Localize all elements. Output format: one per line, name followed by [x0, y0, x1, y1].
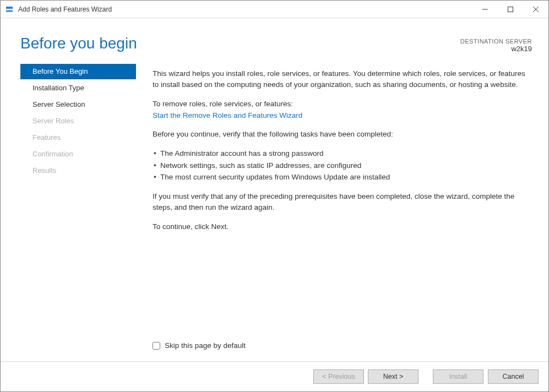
step-server-roles: Server Roles	[20, 113, 136, 129]
remove-lead-text: To remove roles, role services, or featu…	[153, 99, 533, 110]
server-manager-icon	[5, 5, 14, 14]
prereq-item: Network settings, such as static IP addr…	[153, 160, 533, 172]
install-button: Install	[433, 369, 483, 384]
prereq-list: The Administrator account has a strong p…	[153, 148, 533, 183]
wizard-body: Before You Begin Installation Type Serve…	[1, 64, 548, 361]
footer-buttons: < Previous Next > Install Cancel	[1, 361, 548, 391]
destination-server-name: w2k19	[460, 45, 532, 53]
svg-rect-0	[6, 7, 13, 9]
cancel-button[interactable]: Cancel	[488, 369, 539, 384]
verify-lead-text: Before you continue, verify that the fol…	[153, 129, 533, 140]
start-remove-wizard-link[interactable]: Start the Remove Roles and Features Wiza…	[153, 111, 302, 119]
prereq-item: The Administrator account has a strong p…	[153, 148, 533, 160]
prereq-item: The most current security updates from W…	[153, 171, 533, 183]
wizard-window: Add Roles and Features Wizard Before you…	[0, 0, 549, 392]
window-controls	[472, 1, 548, 18]
step-installation-type[interactable]: Installation Type	[20, 80, 136, 96]
minimize-button[interactable]	[472, 1, 498, 18]
svg-rect-3	[508, 7, 513, 12]
previous-button: < Previous	[313, 369, 364, 384]
window-title: Add Roles and Features Wizard	[18, 6, 472, 13]
verify-note-text: If you must verify that any of the prece…	[153, 191, 533, 214]
skip-checkbox[interactable]	[153, 342, 160, 350]
step-features: Features	[20, 130, 136, 145]
step-server-selection[interactable]: Server Selection	[20, 97, 136, 112]
maximize-button[interactable]	[498, 1, 523, 18]
destination-label: DESTINATION SERVER	[460, 38, 532, 45]
continue-note-text: To continue, click Next.	[153, 221, 533, 232]
page-header: Before you begin DESTINATION SERVER w2k1…	[1, 18, 548, 64]
close-button[interactable]	[523, 1, 548, 18]
skip-label[interactable]: Skip this page by default	[165, 340, 246, 351]
steps-sidebar: Before You Begin Installation Type Serve…	[20, 64, 136, 361]
skip-row: Skip this page by default	[153, 340, 533, 361]
step-results: Results	[20, 163, 136, 178]
page-title: Before you begin	[20, 35, 137, 53]
content-panel: This wizard helps you install roles, rol…	[136, 64, 548, 361]
svg-rect-1	[6, 10, 13, 12]
destination-info: DESTINATION SERVER w2k19	[460, 35, 532, 53]
intro-text: This wizard helps you install roles, rol…	[153, 68, 533, 91]
step-before-you-begin[interactable]: Before You Begin	[20, 64, 136, 79]
next-button[interactable]: Next >	[368, 369, 418, 384]
step-confirmation: Confirmation	[20, 146, 136, 162]
title-bar: Add Roles and Features Wizard	[1, 1, 548, 18]
